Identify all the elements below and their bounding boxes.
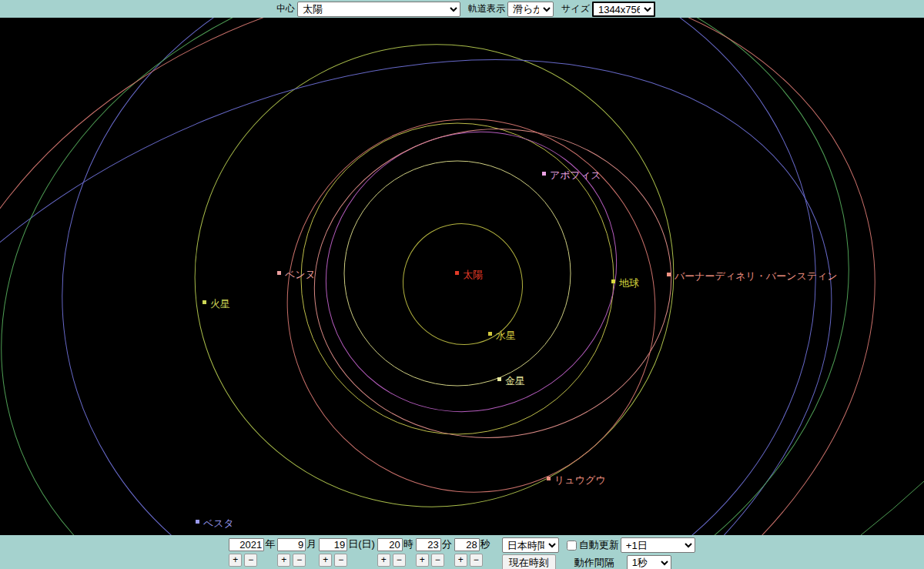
second-minus-button[interactable]: − bbox=[470, 554, 483, 567]
year-plus-button[interactable]: + bbox=[229, 554, 242, 567]
mercury-label: 水星 bbox=[496, 330, 516, 341]
day-unit-label: 日(日) bbox=[348, 537, 375, 551]
hour-minus-button[interactable]: − bbox=[393, 554, 406, 567]
hour-plus-button[interactable]: + bbox=[377, 554, 390, 567]
minute-unit-label: 分 bbox=[442, 537, 452, 551]
earth-marker bbox=[611, 279, 615, 283]
minute-plus-button[interactable]: + bbox=[416, 554, 429, 567]
sun-marker bbox=[455, 271, 459, 275]
year-unit-label: 年 bbox=[265, 537, 275, 551]
month-minus-button[interactable]: − bbox=[293, 554, 306, 567]
second-plus-button[interactable]: + bbox=[454, 554, 467, 567]
day-minus-button[interactable]: − bbox=[334, 554, 347, 567]
auto-update-checkbox[interactable] bbox=[567, 541, 577, 551]
month-unit-label: 月 bbox=[306, 537, 316, 551]
time-step-select[interactable]: +1日 bbox=[621, 537, 695, 553]
venus-marker bbox=[497, 377, 501, 381]
bennu-label: ベンヌ bbox=[285, 269, 316, 280]
year-minus-button[interactable]: − bbox=[244, 554, 257, 567]
year-input[interactable] bbox=[229, 538, 264, 551]
ryugu-marker bbox=[547, 477, 551, 480]
day-plus-button[interactable]: + bbox=[319, 554, 332, 567]
earth-label: 地球 bbox=[619, 277, 639, 289]
orbit-mercury bbox=[380, 202, 544, 367]
size-select[interactable]: 1344x756 bbox=[592, 2, 655, 17]
center-label: 中心 bbox=[276, 2, 295, 15]
sun-label: 太陽 bbox=[463, 269, 483, 280]
bernardinelli-bernstein-marker bbox=[667, 273, 671, 276]
month-input[interactable] bbox=[277, 538, 306, 551]
minute-input[interactable] bbox=[416, 538, 441, 551]
orbit-ryugu bbox=[228, 60, 715, 535]
vesta-label: ベスタ bbox=[203, 517, 234, 529]
bennu-marker bbox=[277, 271, 281, 275]
day-input[interactable] bbox=[319, 538, 347, 551]
orbit-canvas-wrap: 太陽水星金星地球火星ベンヌアポフィスリュウグウベスタバーナーディネリ・バーンステ… bbox=[0, 18, 924, 535]
timezone-select[interactable]: 日本時間 bbox=[502, 537, 559, 553]
mercury-marker bbox=[488, 332, 492, 336]
orbit-display-select[interactable]: 滑らか bbox=[507, 2, 554, 17]
orbit-display-label: 軌道表示 bbox=[468, 2, 505, 15]
venus-label: 金星 bbox=[505, 375, 525, 387]
month-plus-button[interactable]: + bbox=[277, 554, 290, 567]
minute-group: 分 + − bbox=[416, 537, 452, 567]
day-group: 日(日) + − bbox=[319, 537, 375, 567]
update-cluster: 日本時間 自動更新 +1日 現在時刻 動作間隔 1秒 bbox=[502, 537, 695, 569]
vesta-marker bbox=[196, 520, 199, 524]
orbit-mars bbox=[169, 18, 700, 534]
apophis-marker bbox=[542, 172, 546, 176]
month-group: 月 + − bbox=[277, 537, 316, 567]
mars-marker bbox=[203, 300, 206, 304]
ryugu-label: リュウグウ bbox=[554, 474, 606, 486]
top-toolbar: 中心 太陽 軌道表示 滑らか サイズ 1344x756 bbox=[0, 0, 924, 18]
hour-group: 時 + − bbox=[377, 537, 413, 567]
center-select[interactable]: 太陽 bbox=[297, 2, 460, 17]
interval-select[interactable]: 1秒 bbox=[627, 555, 671, 569]
auto-update-label: 自動更新 bbox=[579, 538, 619, 552]
year-group: 年 + − bbox=[229, 537, 275, 567]
second-unit-label: 秒 bbox=[480, 537, 490, 551]
minute-minus-button[interactable]: − bbox=[431, 554, 444, 567]
orbit-canvas[interactable]: 太陽水星金星地球火星ベンヌアポフィスリュウグウベスタバーナーディネリ・バーンステ… bbox=[0, 18, 924, 535]
second-group: 秒 + − bbox=[454, 537, 490, 567]
bottom-control-bar: 年 + − 月 + − 日(日) + − 時 + bbox=[0, 535, 924, 569]
hour-unit-label: 時 bbox=[403, 537, 413, 551]
size-label: サイズ bbox=[561, 2, 590, 15]
interval-label: 動作間隔 bbox=[574, 556, 614, 569]
apophis-label: アポフィス bbox=[550, 169, 601, 181]
mars-label: 火星 bbox=[210, 298, 230, 310]
auto-update-control: 自動更新 bbox=[567, 538, 619, 552]
hour-input[interactable] bbox=[377, 538, 403, 551]
bernardinelli-bernstein-label: バーナーディネリ・バーンスティン bbox=[674, 270, 838, 282]
green-corner-arc bbox=[861, 481, 924, 535]
second-input[interactable] bbox=[454, 538, 480, 551]
current-time-button[interactable]: 現在時刻 bbox=[502, 554, 556, 569]
